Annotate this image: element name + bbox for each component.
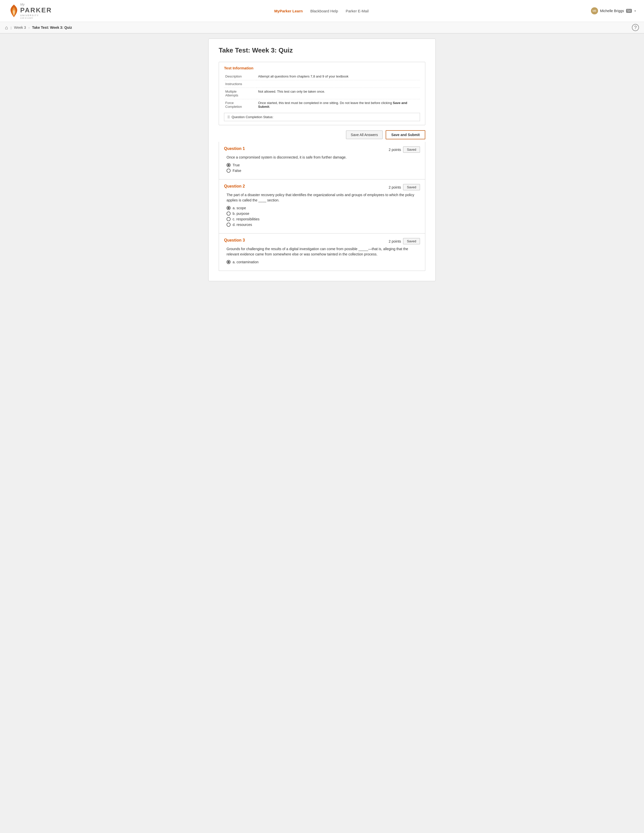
question-3-option-a[interactable]: a. contamination [227, 260, 420, 264]
question-2-saved-button: Saved [403, 184, 420, 190]
logo: My PARKER UNIVERSITY Live & Learn [8, 3, 52, 19]
radio-false[interactable] [227, 169, 230, 173]
option-q2-b-label: b. purpose [233, 212, 249, 215]
completion-status-bar: ☰ Question Completion Status: [224, 113, 420, 121]
logo-flame-icon [8, 3, 20, 18]
force-completion-suffix: . [269, 105, 270, 109]
radio-true[interactable] [227, 163, 230, 167]
breadcrumb-week[interactable]: Week 3 [14, 26, 26, 29]
breadcrumb: ⌂ | Week 3 › Take Test: Week 3: Quiz ? [0, 22, 644, 34]
option-q3-a-label: a. contamination [233, 260, 259, 264]
question-1-section: Question 1 2 points Saved Once a comprom… [219, 142, 425, 180]
question-3-title: Question 3 [224, 238, 245, 243]
question-2-option-a[interactable]: a. scope [227, 206, 420, 210]
save-all-answers-button[interactable]: Save All Answers [346, 130, 383, 139]
question-2-header: Question 2 2 points Saved [224, 184, 420, 190]
radio-q2-d[interactable] [227, 223, 230, 227]
question-3-meta: 2 points Saved [389, 238, 420, 244]
question-1-header: Question 1 2 points Saved [224, 146, 420, 153]
user-info: MB Michelle Briggs 54 ▼ [591, 7, 636, 14]
question-3-section: Question 3 2 points Saved Grounds for ch… [219, 233, 425, 271]
question-1-text: Once a compromised system is disconnecte… [227, 155, 420, 160]
question-2-text: The part of a disaster recovery policy t… [227, 192, 420, 203]
info-label-description: Description [224, 73, 257, 80]
chevron-down-icon: ☰ [227, 115, 230, 119]
info-label-instructions: Instructions [224, 80, 257, 88]
user-badge: 54 [626, 9, 632, 13]
option-q2-a-label: a. scope [233, 206, 246, 210]
info-row-force-completion: ForceCompletion Once started, this test … [224, 99, 420, 111]
question-1-points: 2 points [389, 148, 401, 152]
question-2-title: Question 2 [224, 184, 245, 188]
logo-my-label: My [20, 3, 52, 6]
page-title: Take Test: Week 3: Quiz [219, 47, 425, 54]
completion-status-label: Question Completion Status: [232, 115, 273, 119]
header: My PARKER UNIVERSITY Live & Learn MyPark… [0, 0, 644, 22]
question-3-text: Grounds for challenging the results of a… [227, 246, 420, 257]
info-label-force: ForceCompletion [224, 99, 257, 111]
breadcrumb-separator-2: › [29, 26, 29, 29]
info-row-attempts: MultipleAttempts Not allowed. This test … [224, 88, 420, 99]
test-info-table: Description Attempt all questions from c… [224, 73, 420, 110]
option-false-label: False [233, 169, 241, 173]
main-nav: MyParker Learn Blackboard Help Parker E-… [274, 9, 369, 13]
info-label-attempts: MultipleAttempts [224, 88, 257, 99]
question-1-title: Question 1 [224, 146, 245, 151]
question-1-meta: 2 points Saved [389, 146, 420, 153]
question-1-saved-button: Saved [403, 146, 420, 153]
dropdown-arrow-icon[interactable]: ▼ [634, 10, 636, 12]
nav-parker-email[interactable]: Parker E-Mail [346, 9, 369, 13]
info-value-description: Attempt all questions from chapters 7,8 … [257, 73, 420, 80]
question-2-points: 2 points [389, 185, 401, 189]
question-1-option-false[interactable]: False [227, 169, 420, 173]
help-button[interactable]: ? [632, 24, 639, 31]
option-true-label: True [233, 163, 240, 167]
info-value-attempts: Not allowed. This test can only be taken… [257, 88, 420, 99]
info-row-description: Description Attempt all questions from c… [224, 73, 420, 80]
test-info-title: Test Information [224, 66, 420, 70]
force-completion-text: Once started, this test must be complete… [258, 101, 393, 105]
question-2-section: Question 2 2 points Saved The part of a … [219, 180, 425, 233]
breadcrumb-current-page: Take Test: Week 3: Quiz [32, 26, 72, 29]
nav-myparker-learn[interactable]: MyParker Learn [274, 9, 303, 13]
radio-q2-a[interactable] [227, 206, 230, 210]
info-value-instructions [257, 80, 420, 88]
radio-q2-b[interactable] [227, 212, 230, 215]
option-q2-c-label: c. responsibilities [233, 217, 259, 221]
breadcrumb-inner: ⌂ | Week 3 › Take Test: Week 3: Quiz [5, 25, 72, 31]
info-row-instructions: Instructions [224, 80, 420, 88]
save-and-submit-button[interactable]: Save and Submit [386, 130, 425, 139]
question-3-header: Question 3 2 points Saved [224, 238, 420, 244]
main-content: Take Test: Week 3: Quiz Test Information… [208, 39, 436, 281]
username: Michelle Briggs [600, 9, 624, 13]
logo-university-label: UNIVERSITY [20, 14, 52, 17]
avatar: MB [591, 7, 598, 14]
question-2-option-d[interactable]: d. resources [227, 223, 420, 227]
info-value-force: Once started, this test must be complete… [257, 99, 420, 111]
question-2-meta: 2 points Saved [389, 184, 420, 190]
option-q2-d-label: d. resources [233, 223, 252, 227]
question-3-points: 2 points [389, 239, 401, 243]
nav-blackboard-help[interactable]: Blackboard Help [311, 9, 338, 13]
question-1-option-true[interactable]: True [227, 163, 420, 167]
question-2-option-b[interactable]: b. purpose [227, 212, 420, 215]
radio-q3-a[interactable] [227, 260, 230, 264]
question-2-option-c[interactable]: c. responsibilities [227, 217, 420, 221]
question-3-saved-button: Saved [403, 238, 420, 244]
home-icon[interactable]: ⌂ [5, 25, 8, 31]
logo-sub-label: Live & Learn [20, 17, 52, 19]
breadcrumb-separator: | [11, 26, 11, 29]
logo-parker-label: PARKER [20, 6, 52, 14]
logo-text: My PARKER UNIVERSITY Live & Learn [20, 3, 52, 19]
action-buttons: Save All Answers Save and Submit [219, 130, 425, 139]
test-info-box: Test Information Description Attempt all… [219, 62, 425, 125]
radio-q2-c[interactable] [227, 217, 230, 221]
